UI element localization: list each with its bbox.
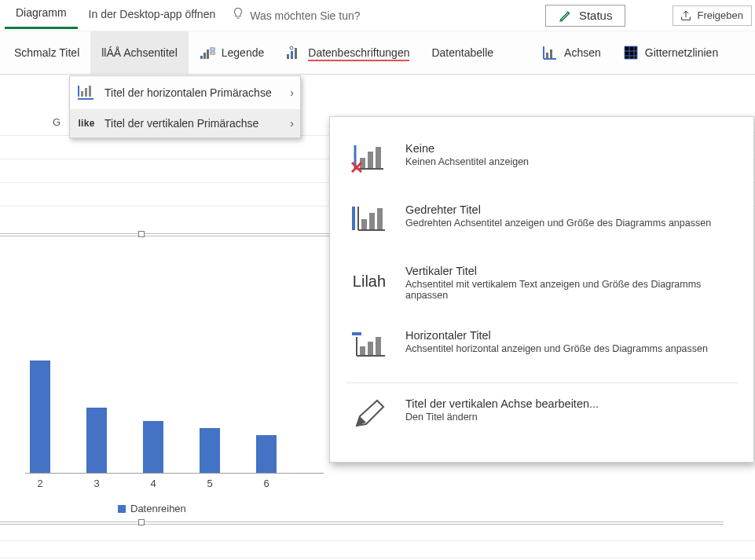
- svg-rect-4: [211, 52, 214, 54]
- svg-rect-1: [203, 53, 206, 59]
- option-edit-label: Titel der vertikalen Achse bearbeiten...: [405, 397, 599, 410]
- share-icon: [680, 9, 692, 22]
- svg-rect-31: [360, 346, 365, 356]
- option-horizontal-title-sub: Achsentitel horizontal anzeigen und Größ…: [405, 343, 708, 354]
- legend-label: Legende: [222, 46, 265, 59]
- svg-rect-29: [352, 332, 361, 335]
- share-button[interactable]: Freigeben: [673, 5, 752, 26]
- svg-rect-7: [295, 48, 297, 59]
- vertical-title-icon: Lilah: [350, 265, 388, 298]
- svg-rect-12: [550, 49, 552, 58]
- chart-x-tick-label: 2: [30, 478, 50, 489]
- chart-resize-handle-bottom[interactable]: [138, 519, 145, 525]
- chart-bar[interactable]: [86, 408, 107, 473]
- chevron-right-icon: ›: [290, 117, 294, 130]
- axes-label: Achsen: [564, 46, 601, 59]
- chart-bar[interactable]: [30, 361, 50, 473]
- chart-x-tick-label: 6: [256, 478, 277, 489]
- chart-x-tick-label: 4: [143, 478, 163, 489]
- primary-vertical-axis-title-label: Titel der vertikalen Primärachse: [104, 117, 258, 130]
- svg-point-8: [290, 46, 293, 49]
- chart-plot-area[interactable]: 23456: [25, 350, 324, 488]
- data-labels-label: Datenbeschriftungen: [308, 46, 409, 59]
- option-none-sub: Keinen Achsentitel anzeigen: [405, 156, 529, 167]
- svg-rect-27: [377, 208, 383, 230]
- svg-rect-15: [85, 88, 87, 97]
- option-none-title: Keine: [405, 142, 529, 155]
- vertical-axis-title-options: Keine Keinen Achsentitel anzeigen Gedreh…: [329, 116, 754, 463]
- chart-title-button[interactable]: Schmalz Titel: [3, 31, 90, 74]
- svg-rect-32: [368, 342, 373, 356]
- data-labels-button[interactable]: Datenbeschriftungen: [275, 31, 420, 74]
- chart-resize-handle-top[interactable]: [138, 231, 145, 237]
- primary-horizontal-axis-title-label: Titel der horizontalen Primärachse: [104, 86, 272, 99]
- pencil-icon: [559, 9, 573, 23]
- col-header-g[interactable]: G: [49, 116, 64, 132]
- svg-rect-33: [376, 337, 381, 356]
- axis-titles-dropdown: Titel der horizontalen Primärachse › lik…: [69, 75, 301, 138]
- axes-icon: [542, 45, 558, 60]
- axis-titles-label: llÁÅ Achsentitel: [101, 46, 178, 59]
- chart-bar[interactable]: [200, 428, 220, 473]
- option-rotated-title-label: Gedrehter Titel: [405, 203, 711, 216]
- legend-text: Datenreihen: [130, 503, 186, 514]
- svg-rect-5: [287, 54, 289, 59]
- chart-x-axis: [25, 473, 324, 474]
- status-button[interactable]: Status: [545, 5, 626, 27]
- option-horizontal-title[interactable]: Horizontaler Titel Achsentitel horizonta…: [332, 318, 752, 379]
- primary-vertical-axis-title[interactable]: like Titel der vertikalen Primärachse ›: [70, 109, 300, 137]
- svg-rect-3: [211, 48, 214, 50]
- axis-titles-button[interactable]: llÁÅ Achsentitel: [90, 31, 189, 74]
- gridlines-button[interactable]: Gitternetzlinien: [612, 31, 729, 74]
- option-edit-axis-title[interactable]: Titel der vertikalen Achse bearbeiten...…: [332, 386, 752, 448]
- svg-rect-2: [207, 49, 209, 59]
- title-bar: Diagramm In der Desktop-app öffnen Was m…: [0, 0, 755, 31]
- share-label: Freigeben: [697, 9, 743, 21]
- data-table-button[interactable]: Datentabelle: [420, 31, 504, 74]
- horizontal-title-icon: [350, 329, 388, 362]
- svg-rect-0: [200, 56, 203, 59]
- svg-rect-21: [376, 147, 381, 169]
- chart-bar[interactable]: [256, 435, 277, 473]
- option-vertical-title-sub: Achsentitel mit vertikalem Text anzeigen…: [405, 279, 738, 301]
- svg-rect-20: [368, 152, 373, 169]
- svg-rect-16: [89, 86, 91, 97]
- chart-x-tick-label: 3: [86, 478, 107, 489]
- chart-title-label: Schmalz Titel: [14, 46, 79, 59]
- svg-rect-25: [361, 219, 367, 230]
- option-rotated-title-sub: Gedrehten Achsentitel anzeigen und Größe…: [405, 218, 711, 229]
- open-in-desktop-button[interactable]: In der Desktop-app öffnen: [78, 3, 227, 28]
- svg-rect-14: [81, 91, 83, 97]
- svg-rect-11: [546, 53, 548, 58]
- primary-horizontal-axis-title[interactable]: Titel der horizontalen Primärachse ›: [70, 76, 300, 109]
- option-rotated-title[interactable]: Gedrehter Titel Gedrehten Achsentitel an…: [332, 192, 752, 254]
- chevron-right-icon: ›: [290, 86, 294, 99]
- horizontal-axis-icon: [76, 84, 97, 101]
- data-table-label: Datentabelle: [431, 46, 493, 59]
- option-none[interactable]: Keine Keinen Achsentitel anzeigen: [332, 131, 752, 192]
- none-icon: [350, 142, 388, 175]
- legend-button[interactable]: Legende: [189, 31, 276, 74]
- gridlines-icon: [623, 45, 639, 60]
- svg-rect-26: [369, 213, 375, 230]
- option-edit-sub: Den Titel ändern: [405, 412, 599, 423]
- svg-rect-6: [291, 51, 293, 59]
- option-vertical-title[interactable]: Lilah Vertikaler Titel Achsentitel mit v…: [332, 254, 752, 318]
- legend-icon: [200, 45, 215, 60]
- vertical-axis-icon: like: [76, 118, 97, 129]
- edit-icon: [350, 397, 388, 430]
- tab-chart[interactable]: Diagramm: [5, 2, 78, 29]
- option-vertical-title-label: Vertikaler Titel: [405, 265, 738, 277]
- data-labels-icon: [286, 45, 302, 60]
- chart-x-tick-label: 5: [200, 478, 220, 489]
- chart-ribbon: Schmalz Titel llÁÅ Achsentitel Legende D…: [0, 31, 755, 75]
- gridlines-label: Gitternetzlinien: [645, 46, 718, 59]
- axes-button[interactable]: Achsen: [531, 31, 612, 74]
- tell-me-search[interactable]: Was möchten Sie tun?: [250, 9, 360, 22]
- chart-legend[interactable]: Datenreihen: [118, 503, 186, 514]
- status-label: Status: [579, 9, 613, 22]
- svg-rect-23: [352, 207, 355, 230]
- chart-bar[interactable]: [143, 421, 163, 473]
- option-horizontal-title-label: Horizontaler Titel: [405, 329, 708, 342]
- rotated-title-icon: [350, 203, 388, 236]
